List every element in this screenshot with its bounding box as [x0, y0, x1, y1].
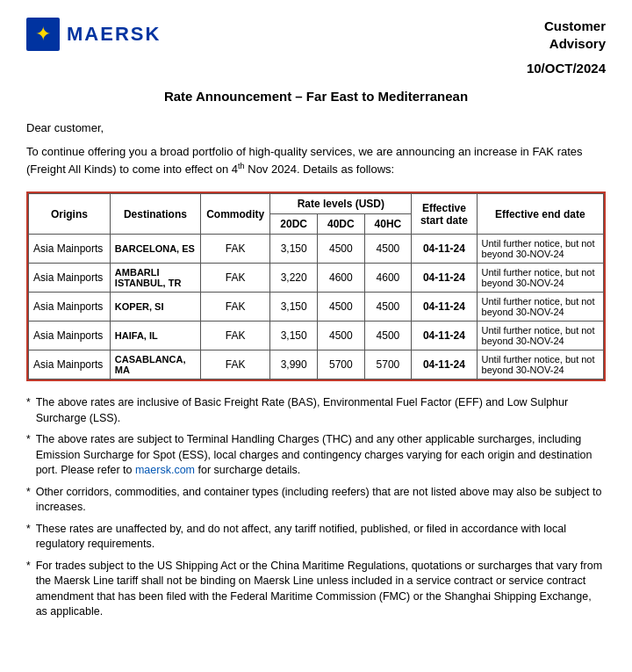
- cell-eff-start: 04-11-24: [412, 293, 477, 322]
- cell-eff-end: Until further notice, but not beyond 30-…: [477, 235, 603, 264]
- customer-advisory-title: Customer Advisory: [544, 18, 606, 52]
- greeting-text: Dear customer,: [26, 121, 606, 134]
- cell-eff-end: Until further notice, but not beyond 30-…: [477, 293, 603, 322]
- cell-40dc: 4500: [318, 235, 365, 264]
- cell-20dc: 3,150: [270, 235, 318, 264]
- footnote-bullet: *: [26, 432, 31, 479]
- cell-destination: HAIFA, IL: [110, 322, 200, 350]
- document-date: 10/OCT/2024: [26, 61, 606, 76]
- footnote-text: These rates are unaffected by, and do no…: [36, 522, 606, 553]
- cell-20dc: 3,220: [270, 264, 318, 293]
- col-header-commodity: Commodity: [200, 194, 269, 235]
- footnote-bullet: *: [26, 522, 31, 553]
- col-header-origins: Origins: [29, 194, 111, 235]
- footnote-text: The above rates are inclusive of Basic F…: [36, 395, 606, 426]
- rate-table-wrapper: Origins Destinations Commodity Rate leve…: [26, 191, 606, 381]
- table-row: Asia Mainports CASABLANCA, MA FAK 3,990 …: [29, 350, 604, 379]
- cell-destination: CASABLANCA, MA: [110, 350, 200, 379]
- footnote-item: * These rates are unaffected by, and do …: [26, 522, 606, 553]
- cell-40hc: 4500: [364, 235, 412, 264]
- maersk-link[interactable]: maersk.com: [135, 464, 195, 476]
- cell-eff-start: 04-11-24: [412, 322, 477, 350]
- table-row: Asia Mainports AMBARLI ISTANBUL, TR FAK …: [29, 264, 604, 293]
- cell-40dc: 4500: [318, 322, 365, 350]
- footnote-item: * The above rates are inclusive of Basic…: [26, 395, 606, 426]
- cell-origin: Asia Mainports: [29, 350, 111, 379]
- table-row: Asia Mainports HAIFA, IL FAK 3,150 4500 …: [29, 322, 604, 350]
- col-header-eff-start: Effective start date: [412, 194, 477, 235]
- cell-destination: BARCELONA, ES: [110, 235, 200, 264]
- cell-eff-end: Until further notice, but not beyond 30-…: [477, 350, 603, 379]
- cell-origin: Asia Mainports: [29, 322, 111, 350]
- col-header-20dc: 20DC: [270, 214, 318, 235]
- footnote-bullet: *: [26, 559, 31, 620]
- footnote-text: Other corridors, commodities, and contai…: [36, 485, 606, 516]
- cell-20dc: 3,150: [270, 322, 318, 350]
- cell-origin: Asia Mainports: [29, 293, 111, 322]
- star-icon: ✦: [35, 25, 51, 44]
- footnote-item: * Other corridors, commodities, and cont…: [26, 485, 606, 516]
- cell-origin: Asia Mainports: [29, 264, 111, 293]
- footnotes-section: * The above rates are inclusive of Basic…: [26, 395, 606, 620]
- footnote-bullet: *: [26, 485, 31, 516]
- cell-eff-end: Until further notice, but not beyond 30-…: [477, 322, 603, 350]
- col-header-rate-levels: Rate levels (USD): [270, 194, 412, 214]
- cell-eff-start: 04-11-24: [412, 235, 477, 264]
- intro-paragraph: To continue offering you a broad portfol…: [26, 143, 606, 177]
- table-row: Asia Mainports KOPER, SI FAK 3,150 4500 …: [29, 293, 604, 322]
- cell-40dc: 5700: [318, 350, 365, 379]
- cell-commodity: FAK: [200, 350, 269, 379]
- cell-20dc: 3,150: [270, 293, 318, 322]
- cell-commodity: FAK: [200, 264, 269, 293]
- header: ✦ MAERSK Customer Advisory: [26, 18, 606, 52]
- table-row: Asia Mainports BARCELONA, ES FAK 3,150 4…: [29, 235, 604, 264]
- announcement-title: Rate Announcement – Far East to Mediterr…: [26, 89, 606, 104]
- col-header-40hc: 40HC: [364, 214, 412, 235]
- cell-destination: AMBARLI ISTANBUL, TR: [110, 264, 200, 293]
- cell-40hc: 4600: [364, 264, 412, 293]
- cell-commodity: FAK: [200, 235, 269, 264]
- col-header-destinations: Destinations: [110, 194, 200, 235]
- cell-40hc: 4500: [364, 322, 412, 350]
- cell-40hc: 4500: [364, 293, 412, 322]
- cell-commodity: FAK: [200, 322, 269, 350]
- cell-origin: Asia Mainports: [29, 235, 111, 264]
- footnote-item: * The above rates are subject to Termina…: [26, 432, 606, 479]
- cell-commodity: FAK: [200, 293, 269, 322]
- footnote-item: * For trades subject to the US Shipping …: [26, 559, 606, 620]
- cell-40dc: 4600: [318, 264, 365, 293]
- cell-eff-end: Until further notice, but not beyond 30-…: [477, 264, 603, 293]
- footnote-text: For trades subject to the US Shipping Ac…: [36, 559, 606, 620]
- cell-eff-start: 04-11-24: [412, 350, 477, 379]
- col-header-eff-end: Effective end date: [477, 194, 603, 235]
- rate-table: Origins Destinations Commodity Rate leve…: [28, 193, 604, 379]
- customer-advisory-block: Customer Advisory: [544, 18, 606, 52]
- maersk-logo-text: MAERSK: [67, 23, 161, 46]
- footnote-text: The above rates are subject to Terminal …: [36, 432, 606, 479]
- col-header-40dc: 40DC: [318, 214, 365, 235]
- footnote-bullet: *: [26, 395, 31, 426]
- page-container: ✦ MAERSK Customer Advisory 10/OCT/2024 R…: [0, 0, 632, 644]
- cell-destination: KOPER, SI: [110, 293, 200, 322]
- logo-area: ✦ MAERSK: [26, 18, 161, 51]
- cell-20dc: 3,990: [270, 350, 318, 379]
- cell-eff-start: 04-11-24: [412, 264, 477, 293]
- cell-40dc: 4500: [318, 293, 365, 322]
- maersk-logo-star: ✦: [26, 18, 60, 51]
- cell-40hc: 5700: [364, 350, 412, 379]
